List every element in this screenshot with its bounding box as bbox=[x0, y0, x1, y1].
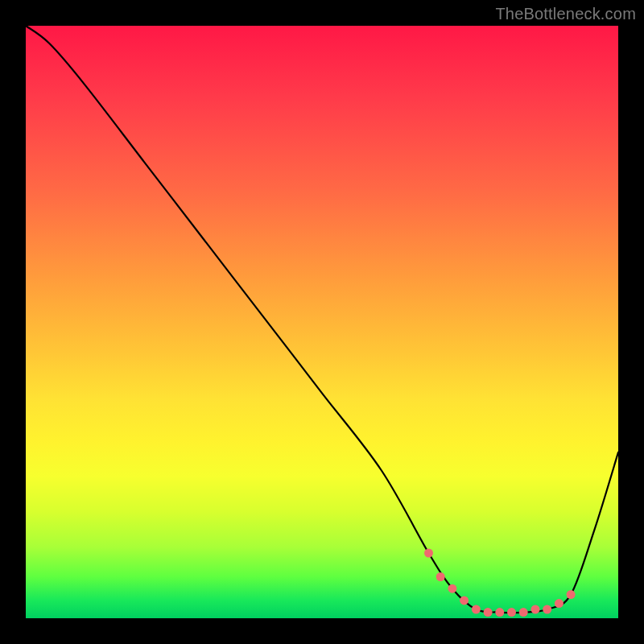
marker-dot bbox=[448, 584, 456, 593]
chart-svg bbox=[26, 26, 618, 618]
marker-dot bbox=[460, 596, 469, 605]
marker-dot bbox=[543, 605, 551, 614]
attribution-text: TheBottleneck.com bbox=[495, 5, 636, 23]
marker-dot bbox=[436, 572, 445, 581]
marker-dot bbox=[567, 590, 576, 599]
marker-dot bbox=[507, 608, 516, 617]
marker-dot bbox=[555, 599, 564, 608]
marker-dot bbox=[519, 608, 528, 617]
marker-dot bbox=[424, 549, 433, 558]
marker-dot bbox=[531, 605, 540, 614]
plot-area bbox=[26, 26, 618, 618]
bottleneck-curve bbox=[26, 26, 618, 613]
chart-frame: TheBottleneck.com bbox=[0, 0, 644, 644]
marker-dot bbox=[484, 608, 493, 617]
marker-dot bbox=[495, 608, 504, 617]
marker-dot bbox=[472, 605, 481, 614]
